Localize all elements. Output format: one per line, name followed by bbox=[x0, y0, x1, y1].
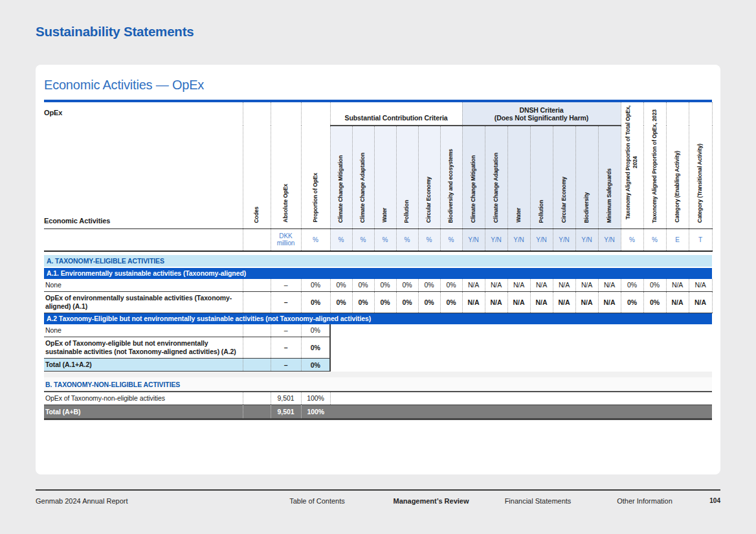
row-label: OpEx of Taxonomy-eligible but not enviro… bbox=[44, 337, 243, 359]
unit-cat-enabling: E bbox=[666, 229, 689, 251]
cell-codes bbox=[243, 359, 271, 372]
empty-region bbox=[330, 405, 712, 419]
column-header-scc-water: Water bbox=[374, 126, 396, 229]
cell-ta-2024: 0% bbox=[621, 279, 643, 292]
cell-dnsh-water: N/A bbox=[507, 291, 530, 313]
table-corner-cell: OpExEconomic Activities bbox=[44, 102, 243, 229]
unit-absolute-opex: DKK million bbox=[271, 229, 301, 251]
table-row: None–0%0%0%0%0%0%0%N/AN/AN/AN/AN/AN/AN/A… bbox=[44, 279, 712, 292]
corner-bottom-label: Economic Activities bbox=[44, 217, 243, 225]
cell-ta-2024: 0% bbox=[621, 291, 643, 313]
footer-brand: Genmab 2024 Annual Report bbox=[36, 497, 128, 505]
row-label: OpEx of environmentally sustainable acti… bbox=[44, 291, 243, 313]
unit-scc-ccm: % bbox=[330, 229, 352, 251]
column-header-ta-2023: Taxonomy Aligned Proportion of OpEx, 202… bbox=[643, 102, 666, 229]
cell-absolute-opex: 9,501 bbox=[271, 405, 301, 419]
column-header-absolute-opex: Absolute OpEx bbox=[271, 102, 301, 229]
column-header-dnsh-biodiversity: Biodiversity bbox=[575, 126, 598, 229]
cell-scc-ccm: 0% bbox=[330, 279, 352, 292]
unit-scc-biodiversity: % bbox=[440, 229, 462, 251]
group-header-dnsh: DNSH Criteria(Does Not Significantly Har… bbox=[462, 102, 621, 126]
cell-dnsh-cca: N/A bbox=[485, 279, 507, 292]
cell-cat-transitional: N/A bbox=[689, 279, 712, 292]
row-label: OpEx of Taxonomy-non-eligible activities bbox=[44, 392, 243, 405]
column-header-cat-enabling: Category (Enabling Activity) bbox=[666, 102, 689, 229]
cell-scc-biodiversity: 0% bbox=[440, 291, 462, 313]
unit-dnsh-min-safeguards: Y/N bbox=[598, 229, 621, 251]
column-header-scc-biodiversity: Biodiversity and ecosystems bbox=[440, 126, 462, 229]
column-header-dnsh-ccm: Climate Change Mitigation bbox=[462, 126, 485, 229]
table-row: None–0% bbox=[44, 324, 712, 337]
unit-cat-transitional: T bbox=[689, 229, 712, 251]
cell-proportion-opex: 100% bbox=[301, 405, 330, 419]
row-label: None bbox=[44, 324, 243, 337]
column-header-scc-pollution: Pollution bbox=[396, 126, 418, 229]
cell-absolute-opex: – bbox=[271, 337, 301, 359]
corner-top-label: OpEx bbox=[44, 109, 243, 117]
cell-dnsh-circular: N/A bbox=[553, 279, 575, 292]
cell-dnsh-ccm: N/A bbox=[462, 291, 485, 313]
cell-absolute-opex: 9,501 bbox=[271, 392, 301, 405]
unit-proportion-opex: % bbox=[301, 229, 330, 251]
cell-dnsh-biodiversity: N/A bbox=[575, 291, 598, 313]
header-group-row: OpExEconomic ActivitiesCodesAbsolute OpE… bbox=[44, 102, 712, 126]
cell-codes bbox=[243, 291, 271, 313]
cell-codes bbox=[243, 324, 271, 337]
unit-dnsh-circular: Y/N bbox=[553, 229, 575, 251]
spacer-row bbox=[44, 372, 712, 377]
section-row: A. TAXONOMY-ELIGIBLE ACTIVITIES bbox=[44, 255, 712, 267]
cell-dnsh-cca: N/A bbox=[485, 291, 507, 313]
cell-cat-enabling: N/A bbox=[666, 291, 689, 313]
row-label: None bbox=[44, 279, 243, 292]
cell-dnsh-pollution: N/A bbox=[530, 279, 553, 292]
unit-ta-2023: % bbox=[643, 229, 666, 251]
cell-absolute-opex: – bbox=[271, 324, 301, 337]
empty-region bbox=[330, 324, 712, 337]
footer-page-number: 104 bbox=[709, 497, 720, 504]
cell-scc-circular: 0% bbox=[418, 291, 440, 313]
cell-scc-cca: 0% bbox=[352, 279, 374, 292]
footer: Genmab 2024 Annual Report Table of Conte… bbox=[36, 495, 720, 511]
cell-scc-pollution: 0% bbox=[396, 291, 418, 313]
unit-scc-circular: % bbox=[418, 229, 440, 251]
column-header-dnsh-min-safeguards: Minimum Safeguards bbox=[598, 126, 621, 229]
footer-nav-managements-review[interactable]: Management’s Review bbox=[394, 497, 469, 505]
content-card: Economic Activities — OpEx OpExEconomic … bbox=[36, 65, 720, 474]
report-page: { "page_title": "Sustainability Statemen… bbox=[0, 0, 756, 534]
empty-region bbox=[330, 337, 712, 359]
cell-proportion-opex: 0% bbox=[301, 291, 330, 313]
header-units-row: DKK million%%%%%%%Y/NY/NY/NY/NY/NY/NY/N%… bbox=[44, 229, 712, 251]
unit-dnsh-pollution: Y/N bbox=[530, 229, 553, 251]
section-label: B. TAXONOMY-NON-ELIGIBLE ACTIVITIES bbox=[44, 377, 712, 392]
cell-codes bbox=[243, 337, 271, 359]
cell-dnsh-biodiversity: N/A bbox=[575, 279, 598, 292]
cell-scc-pollution: 0% bbox=[396, 279, 418, 292]
footer-nav-other-information[interactable]: Other Information bbox=[617, 497, 673, 505]
column-header-scc-circular: Circular Economy bbox=[418, 126, 440, 229]
subsection-label: A.2 Taxonomy-Eligible but not environmen… bbox=[44, 313, 712, 324]
empty-region bbox=[330, 392, 712, 405]
table-row: Total (A+B)9,501100% bbox=[44, 405, 712, 419]
cell-scc-cca: 0% bbox=[352, 291, 374, 313]
table-row: OpEx of Taxonomy-non-eligible activities… bbox=[44, 392, 712, 405]
cell-dnsh-min-safeguards: N/A bbox=[598, 279, 621, 292]
footer-nav-table-of-contents[interactable]: Table of Contents bbox=[289, 497, 345, 505]
unit-ta-2024: % bbox=[621, 229, 643, 251]
section-row: B. TAXONOMY-NON-ELIGIBLE ACTIVITIES bbox=[44, 377, 712, 392]
cell-proportion-opex: 100% bbox=[301, 392, 330, 405]
unit-scc-water: % bbox=[374, 229, 396, 251]
cell-dnsh-circular: N/A bbox=[553, 291, 575, 313]
cell-dnsh-ccm: N/A bbox=[462, 279, 485, 292]
cell-dnsh-min-safeguards: N/A bbox=[598, 291, 621, 313]
cell-absolute-opex: – bbox=[271, 279, 301, 292]
unit-codes bbox=[243, 229, 271, 251]
section-label: A. TAXONOMY-ELIGIBLE ACTIVITIES bbox=[44, 255, 712, 267]
footer-nav-financial-statements[interactable]: Financial Statements bbox=[505, 497, 572, 505]
cell-scc-biodiversity: 0% bbox=[440, 279, 462, 292]
cell-proportion-opex: 0% bbox=[301, 279, 330, 292]
cell-scc-water: 0% bbox=[374, 279, 396, 292]
row-label: Total (A.1+A.2) bbox=[44, 359, 243, 372]
cell-scc-water: 0% bbox=[374, 291, 396, 313]
cell-cat-enabling: N/A bbox=[666, 279, 689, 292]
column-header-proportion-opex: Proportion of OpEx bbox=[301, 102, 330, 229]
